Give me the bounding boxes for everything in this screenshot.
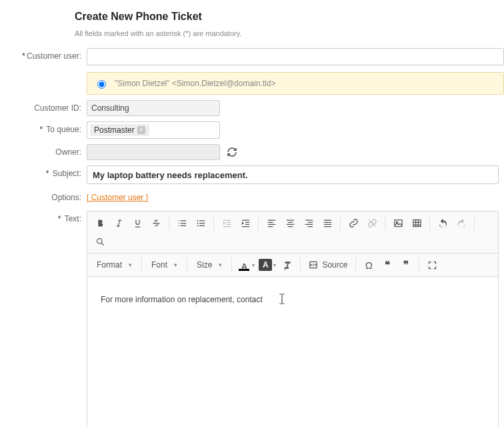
align-right-button[interactable] [300, 214, 317, 232]
svg-point-2 [197, 225, 198, 226]
customer-id-label: Customer ID: [0, 100, 87, 116]
editor-toolbar-2: Format▾ Font▾ Size▾ A▾ A▾ x Source [87, 254, 498, 277]
text-label: * Text: [0, 211, 87, 227]
indent-button[interactable] [237, 214, 254, 232]
size-dropdown[interactable]: Size▾ [191, 256, 227, 274]
text-cursor-icon [278, 293, 286, 307]
image-button[interactable] [389, 214, 407, 232]
align-left-button[interactable] [263, 214, 280, 232]
align-center-button[interactable] [281, 214, 299, 232]
svg-point-1 [197, 222, 198, 224]
svg-point-0 [197, 220, 198, 221]
owner-label: Owner: [0, 144, 87, 160]
italic-button[interactable] [110, 214, 127, 232]
customer-id-value: Consulting [87, 100, 220, 116]
to-queue-select[interactable]: Postmaster × [87, 121, 220, 139]
customer-user-label: *Customer user: [0, 48, 87, 64]
maximize-button[interactable] [423, 256, 441, 274]
align-justify-button[interactable] [319, 214, 336, 232]
link-button[interactable] [345, 214, 362, 232]
queue-token-label: Postmaster [94, 125, 135, 135]
quote-close-button[interactable]: ❞ [397, 256, 415, 274]
background-color-button[interactable]: A▾ [257, 256, 277, 274]
options-label: Options: [0, 189, 87, 205]
subject-input[interactable] [87, 165, 499, 184]
selected-customer-radio[interactable] [97, 80, 106, 89]
unlink-button[interactable] [363, 214, 381, 232]
table-button[interactable] [408, 214, 425, 232]
owner-select[interactable] [87, 144, 220, 160]
editor-content-text: For more information on replacement, con… [101, 295, 263, 304]
editor-toolbar-1 [87, 211, 498, 254]
remove-format-button[interactable]: x [279, 256, 296, 274]
mandatory-note: All fields marked with an asterisk (*) a… [75, 29, 504, 37]
text-color-button[interactable]: A▾ [236, 256, 256, 274]
options-customer-user-link[interactable]: Customer user [87, 193, 148, 202]
font-dropdown[interactable]: Font▾ [146, 256, 183, 274]
subject-label: * Subject: [0, 165, 87, 181]
to-queue-label: * To queue: [0, 121, 87, 137]
quote-open-button[interactable]: ❝ [379, 256, 396, 274]
selected-customer-box: "Simon Dietzel" <Simon.Dietzel@domain.tl… [87, 72, 504, 95]
refresh-icon[interactable] [227, 147, 237, 157]
source-button[interactable]: Source [305, 256, 351, 274]
redo-button[interactable] [453, 214, 470, 232]
outdent-button[interactable] [218, 214, 235, 232]
editor-body[interactable]: For more information on replacement, con… [87, 277, 498, 427]
undo-button[interactable] [434, 214, 451, 232]
special-char-button[interactable]: Ω [360, 256, 377, 274]
ordered-list-button[interactable] [173, 214, 191, 232]
format-dropdown[interactable]: Format▾ [91, 256, 137, 274]
queue-token-remove-icon[interactable]: × [137, 126, 145, 134]
page-title: Create New Phone Ticket [75, 11, 504, 23]
find-button[interactable] [91, 233, 109, 250]
selected-customer-text: "Simon Dietzel" <Simon.Dietzel@domain.tl… [115, 79, 275, 88]
bold-button[interactable] [91, 214, 109, 232]
customer-user-input[interactable] [87, 48, 504, 65]
unordered-list-button[interactable] [192, 214, 209, 232]
queue-token: Postmaster × [90, 124, 149, 136]
svg-point-6 [97, 238, 102, 244]
svg-rect-5 [413, 220, 420, 226]
rich-text-editor: Format▾ Font▾ Size▾ A▾ A▾ x Source [87, 211, 499, 427]
underline-button[interactable] [129, 214, 146, 232]
strikethrough-button[interactable] [147, 214, 165, 232]
svg-rect-3 [394, 220, 401, 226]
svg-text:x: x [283, 266, 286, 270]
